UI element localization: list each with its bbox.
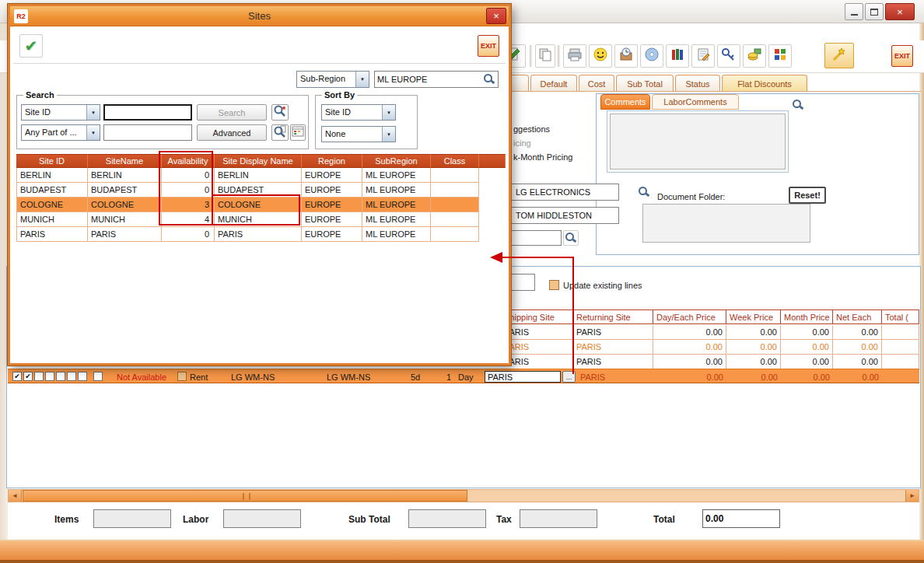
grid-cell[interactable]: 0.00 — [833, 340, 882, 355]
table-cell[interactable]: MUNICH — [215, 212, 302, 227]
table-cell[interactable]: PARIS — [88, 227, 162, 242]
table-cell[interactable]: BERLIN — [88, 168, 162, 183]
table-cell[interactable]: BUDAPEST — [88, 183, 162, 198]
tab-default[interactable]: Default — [530, 75, 577, 92]
items-field[interactable] — [93, 509, 171, 528]
col-class[interactable]: Class — [431, 154, 479, 168]
main-exit-button[interactable]: EXIT — [891, 45, 913, 67]
grid-cell[interactable]: PARIS — [501, 325, 573, 340]
table-cell[interactable]: 0 — [162, 183, 215, 198]
grid-cell[interactable]: 0.00 — [726, 355, 781, 369]
maximize-button[interactable] — [865, 3, 884, 20]
table-cell[interactable] — [431, 227, 479, 242]
col-display-name[interactable]: Site Display Name — [215, 154, 302, 168]
flag-checkbox[interactable] — [34, 372, 44, 381]
smiley-button[interactable] — [589, 44, 612, 68]
col-site-name[interactable]: SiteName — [88, 154, 162, 168]
table-cell[interactable]: EUROPE — [302, 227, 362, 242]
dialog-exit-button[interactable]: EXIT — [478, 35, 499, 57]
table-cell[interactable]: BUDAPEST — [16, 183, 88, 198]
flag-checkbox[interactable] — [45, 372, 54, 381]
tab-flat-discounts[interactable]: Flat Discounts — [722, 75, 807, 92]
flag-checkbox[interactable] — [56, 372, 65, 381]
schedule-button[interactable] — [614, 44, 638, 68]
table-cell[interactable]: ML EUROPE — [362, 227, 431, 242]
notes-button[interactable] — [691, 44, 715, 68]
grid-cell[interactable]: 0.00 — [653, 340, 726, 355]
search-input[interactable] — [103, 104, 192, 121]
print-button[interactable] — [563, 44, 586, 68]
close-button[interactable]: × — [885, 3, 915, 20]
grid-col-net-each[interactable]: Net Each — [833, 309, 882, 324]
catalog-button[interactable] — [666, 44, 689, 68]
grid-col-week-price[interactable]: Week Price — [726, 309, 781, 324]
labor-field[interactable] — [223, 509, 301, 528]
advanced-lookup-button[interactable] — [271, 124, 289, 141]
total-field[interactable] — [702, 509, 780, 528]
col-site-id[interactable]: Site ID — [16, 154, 88, 168]
grid-cell[interactable]: 0.00 — [726, 340, 781, 355]
table-cell[interactable]: PARIS — [215, 227, 302, 242]
table-cell[interactable] — [431, 212, 479, 227]
table-cell[interactable]: MUNICH — [16, 212, 88, 227]
col-subregion[interactable]: SubRegion — [362, 154, 431, 168]
table-cell[interactable]: PARIS — [16, 227, 88, 242]
shipping-site-editor[interactable] — [485, 371, 561, 383]
grid-cell[interactable] — [882, 340, 919, 355]
list-view-button[interactable] — [290, 124, 306, 141]
table-cell[interactable] — [431, 183, 479, 198]
flag-checkbox[interactable] — [93, 372, 103, 381]
col-region[interactable]: Region — [302, 154, 362, 168]
comments-textarea[interactable] — [610, 114, 786, 170]
scroll-thumb[interactable] — [23, 490, 467, 502]
search-mode-combo[interactable]: Any Part of ... ▼ — [21, 124, 100, 141]
table-cell[interactable]: EUROPE — [302, 168, 362, 183]
advanced-button[interactable]: Advanced — [197, 124, 267, 141]
field-search-button[interactable] — [563, 230, 579, 246]
subregion-value-field[interactable] — [374, 71, 499, 88]
table-cell[interactable]: BERLIN — [16, 168, 88, 183]
minimize-button[interactable] — [845, 3, 863, 20]
copy-button[interactable] — [535, 44, 555, 68]
grid-cell[interactable]: PARIS — [501, 355, 573, 369]
search-button[interactable]: Search — [197, 104, 267, 121]
search-field-combo[interactable]: Site ID ▼ — [21, 104, 100, 121]
grid-cell[interactable]: PARIS — [573, 325, 653, 340]
edit-row[interactable]: ✔ ✔ Not Available Rent LG WM-NS LG WM-NS… — [8, 369, 919, 383]
sort-secondary-combo[interactable]: None ▼ — [321, 126, 396, 142]
grid-cell[interactable]: 0.00 — [781, 340, 833, 355]
table-cell[interactable]: ML EUROPE — [362, 183, 431, 198]
scroll-left-button[interactable]: ◄ — [9, 490, 22, 502]
subtab-comments[interactable]: Comments — [600, 94, 650, 110]
tab-cost[interactable]: Cost — [579, 75, 614, 92]
grid-cell[interactable]: PARIS — [573, 340, 653, 355]
search-input-2[interactable] — [103, 124, 192, 141]
comments-search-icon[interactable] — [792, 99, 804, 111]
keys-button[interactable] — [717, 44, 740, 68]
table-cell[interactable]: 0 — [162, 168, 215, 183]
grid-cell[interactable]: PARIS — [573, 355, 653, 369]
table-cell-selected[interactable]: COLOGNE — [215, 198, 302, 212]
grid-cell[interactable]: 0.00 — [781, 355, 833, 369]
grid-cell[interactable]: 0.00 — [653, 325, 726, 340]
dialog-close-button[interactable]: × — [486, 8, 506, 24]
table-cell[interactable]: EUROPE — [302, 183, 362, 198]
grid-cell[interactable] — [882, 325, 919, 340]
wand-button[interactable] — [824, 43, 854, 68]
table-cell-selected[interactable]: EUROPE — [302, 198, 362, 212]
table-cell[interactable]: 0 — [162, 227, 215, 242]
flag-checkbox[interactable] — [67, 372, 76, 381]
document-folder-box[interactable] — [642, 204, 810, 243]
grid-cell[interactable]: 0.00 — [781, 325, 833, 340]
grid-cell[interactable]: PARIS — [501, 340, 573, 355]
flag-checkbox[interactable] — [78, 372, 87, 381]
scroll-right-button[interactable]: ► — [905, 490, 919, 502]
grid-col-total[interactable]: Total ( — [882, 309, 919, 324]
table-cell-selected[interactable]: COLOGNE — [88, 198, 162, 212]
grid-col-returning-site[interactable]: Returning Site — [573, 309, 653, 324]
dialog-ok-button[interactable]: ✔ — [19, 34, 43, 58]
shipping-site-browse-button[interactable]: ... — [562, 371, 576, 383]
table-cell-selected[interactable] — [431, 198, 479, 212]
table-cell-selected[interactable]: 3 — [162, 198, 215, 212]
col-availability[interactable]: Availability — [162, 154, 215, 168]
